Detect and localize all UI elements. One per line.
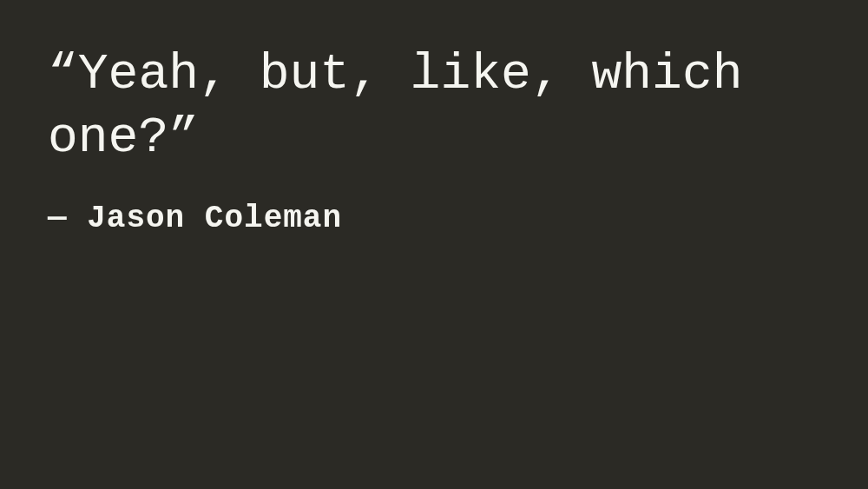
quote-attribution: — Jason Coleman (48, 201, 820, 236)
quote-text: “Yeah, but, like, which one?” (48, 43, 820, 169)
